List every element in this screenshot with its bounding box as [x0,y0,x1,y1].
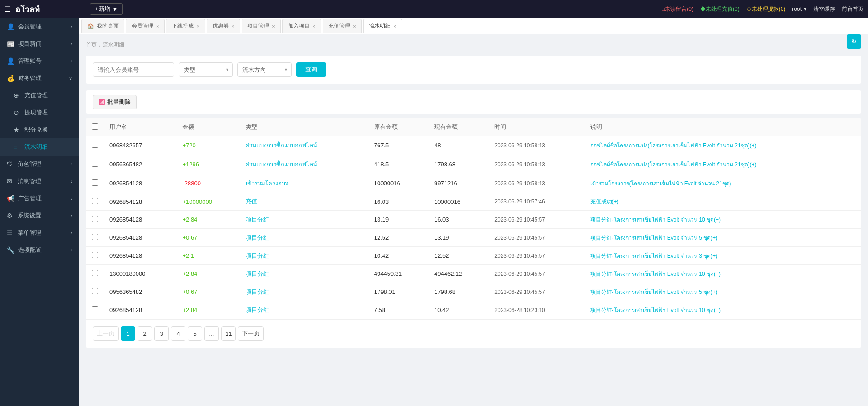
tab-downline[interactable]: 下线提成 × [166,19,205,33]
top-right-actions: □未读留言(0) ◆未处理充值(0) ◇未处理提款(0) root ▾ 清空缓存… [662,5,863,13]
sidebar-item-transaction[interactable]: ≡ 流水明细 [0,138,79,156]
tab-close-icon[interactable]: × [394,24,396,29]
hamburger-icon[interactable]: ☰ [5,5,11,14]
tab-coupon[interactable]: 优惠券 × [207,19,240,33]
row-select-checkbox[interactable] [92,252,98,258]
row-select-checkbox[interactable] [92,270,98,276]
finance-icon: 💰 [7,75,14,82]
row-time: 2023-06-29 10:58:13 [489,136,584,155]
row-amount: +10000000 [177,193,240,211]
row-select-checkbox[interactable] [92,234,98,240]
sidebar-item-message[interactable]: ✉ 消息管理 ‹ [0,173,79,190]
table-container: 用户名 金额 类型 原有金额 现有金额 时间 说明 0968432657 +72… [86,118,861,348]
sidebar-item-finance[interactable]: 💰 财务管理 ∨ [0,70,79,87]
sidebar-item-project-news[interactable]: 📰 项目新闻 ‹ [0,35,79,52]
sidebar-item-role[interactable]: 🛡 角色管理 ‹ [0,156,79,173]
user-menu[interactable]: root ▾ [792,6,806,12]
page-3-btn[interactable]: 3 [154,326,169,341]
row-select-checkbox[interactable] [92,198,98,204]
row-original: 16.03 [369,193,429,211]
row-checkbox[interactable] [86,174,104,193]
next-page-btn[interactable]: 下一页 [238,326,264,341]
tab-close-icon[interactable]: × [196,24,199,29]
row-select-checkbox[interactable] [92,161,98,167]
tab-close-icon[interactable]: × [232,24,234,29]
row-desc: 项目分红-โครงการเสาเข็มไฟฟ้า Evolt จำนวน 10 … [585,265,861,283]
search-button[interactable]: 查询 [296,62,326,77]
page-1-btn[interactable]: 1 [121,326,135,341]
batch-delete-button[interactable]: 回 批量删除 [93,95,137,109]
row-select-checkbox[interactable] [92,179,98,186]
sidebar-item-menu[interactable]: ☰ 菜单管理 ‹ [0,224,79,241]
page-5-btn[interactable]: 5 [188,326,202,341]
page-4-btn[interactable]: 4 [171,326,185,341]
direction-select[interactable]: 流水方向 [237,62,292,77]
row-checkbox[interactable] [86,136,104,155]
sidebar-item-admin-account[interactable]: 👤 管理账号 ‹ [0,52,79,70]
page-2-btn[interactable]: 2 [138,326,152,341]
row-checkbox[interactable] [86,229,104,247]
frontend-btn[interactable]: 前台首页 [842,5,863,13]
sidebar-item-points[interactable]: ★ 积分兑换 [0,121,79,138]
row-checkbox[interactable] [86,155,104,174]
sidebar-label: 管理账号 [18,57,42,65]
tab-close-icon[interactable]: × [313,24,315,29]
sidebar-item-recharge[interactable]: ⊕ 充值管理 [0,87,79,104]
account-input[interactable] [93,62,174,77]
row-select-checkbox[interactable] [92,142,98,148]
clear-cache-btn[interactable]: 清空缓存 [813,5,835,13]
row-select-checkbox[interactable] [92,216,98,222]
row-checkbox[interactable] [86,211,104,229]
table-row: 0926854128 +2.1 项目分红 10.42 12.52 2023-06… [86,247,861,265]
tab-join-project[interactable]: 加入项目 × [282,19,321,33]
row-checkbox[interactable] [86,301,104,319]
add-button[interactable]: +新增 ▼ [90,3,123,15]
row-checkbox[interactable] [86,283,104,301]
row-time: 2023-06-28 10:23:10 [489,301,584,319]
sidebar-item-ad[interactable]: 📢 广告管理 ‹ [0,190,79,207]
unprocessed-withdraw[interactable]: ◇未处理提款(0) [746,5,786,13]
select-all-checkbox[interactable] [92,123,98,130]
row-amount: +2.84 [177,211,240,229]
tab-recharge[interactable]: 充值管理 × [323,19,361,33]
tab-close-icon[interactable]: × [353,24,356,29]
row-username: 0926854128 [104,229,177,247]
row-username: 0968432657 [104,136,177,155]
page-11-btn[interactable]: 11 [221,326,236,341]
menu-icon: ☰ [7,229,14,236]
sidebar-label: 菜单管理 [18,229,41,237]
tab-member[interactable]: 会员管理 × [126,19,165,33]
unread-messages[interactable]: □未读留言(0) [662,5,693,13]
chevron-icon: ‹ [71,247,72,253]
delete-icon: 回 [99,99,105,105]
prev-page-btn[interactable]: 上一页 [93,326,119,341]
row-select-checkbox[interactable] [92,288,98,294]
row-desc: 项目分红-โครงการเสาเข็มไฟฟ้า Evolt จำนวน 10 … [585,301,861,319]
unprocessed-recharge[interactable]: ◆未处理充值(0) [700,5,740,13]
sidebar-item-withdrawal[interactable]: ⊙ 提现管理 [0,104,79,121]
table-row: 0956365482 +1296 ส่วนแบ่งการซื้อแบบออฟไล… [86,155,861,174]
row-checkbox[interactable] [86,265,104,283]
direction-select-wrapper: 流水方向 [237,62,292,77]
tab-transaction[interactable]: 流水明细 × [363,19,402,33]
withdrawal-icon: ⊙ [14,109,21,116]
row-checkbox[interactable] [86,247,104,265]
row-type: ส่วนแบ่งการซื้อแบบออฟไลน์ [240,136,369,155]
row-current: 10000016 [429,193,489,211]
type-select[interactable]: 类型 [179,62,233,77]
tab-home[interactable]: 🏠 我的桌面 [81,19,124,33]
recharge-icon: ⊕ [14,92,21,99]
row-select-checkbox[interactable] [92,306,98,312]
sidebar-item-system[interactable]: ⚙ 系统设置 ‹ [0,207,79,224]
action-bar: 回 批量删除 [86,90,861,114]
row-checkbox[interactable] [86,193,104,211]
row-type: 充值 [240,193,369,211]
tab-close-icon[interactable]: × [156,24,159,29]
tab-close-icon[interactable]: × [272,24,275,29]
sidebar-item-member-management[interactable]: 👤 会员管理 ‹ [0,18,79,35]
tab-project[interactable]: 项目管理 × [242,19,280,33]
message-icon: ✉ [7,178,14,185]
sidebar-item-options[interactable]: 🔧 选项配置 ‹ [0,241,79,259]
refresh-button[interactable]: ↻ [847,34,861,49]
breadcrumb-home[interactable]: 首页 [86,41,97,49]
